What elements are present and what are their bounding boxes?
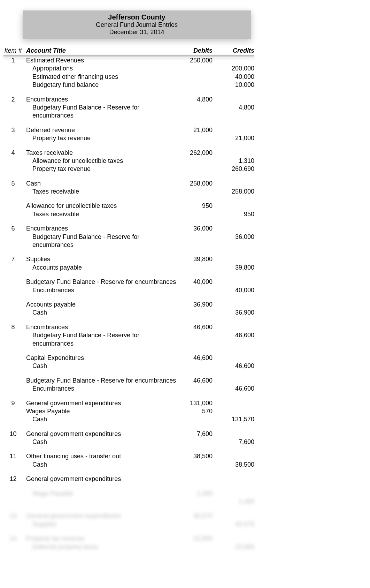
entry-group: 7Supplies39,800Accounts payable39,800Bud… <box>3 255 254 317</box>
item-number <box>3 362 26 370</box>
entry-sub-block: Accounts payable36,900Cash36,900 <box>3 301 254 317</box>
column-header-row: Item # Account Title Debits Credits <box>3 47 254 55</box>
item-number: 11 <box>3 452 26 460</box>
account-title: Encumbrances <box>26 225 178 233</box>
document-title-block: Jefferson County General Fund Journal En… <box>23 10 251 39</box>
journal-row: 7Supplies39,800 <box>3 255 254 263</box>
credit-amount <box>216 225 254 233</box>
debit-amount: 250,000 <box>178 56 216 65</box>
debit-amount: 46,600 <box>178 377 216 385</box>
item-number <box>3 543 26 551</box>
credit-amount: 36,900 <box>216 309 254 317</box>
debit-amount <box>178 362 216 370</box>
credit-amount: 10,000 <box>216 81 254 89</box>
account-title: Estimated other financing uses <box>26 73 178 81</box>
item-number: 1 <box>3 56 26 65</box>
item-number: 2 <box>3 96 26 104</box>
debit-amount: 131,000 <box>178 399 216 407</box>
credit-amount <box>216 475 254 483</box>
credit-amount: 7,600 <box>216 438 254 446</box>
item-number <box>3 210 26 218</box>
item-number <box>3 438 26 446</box>
account-title: Cash <box>26 362 178 370</box>
credit-amount <box>216 535 254 543</box>
item-number <box>3 407 26 415</box>
entry-group-blurred: Wage Payable1,4001,400 <box>3 490 254 506</box>
debit-amount <box>178 264 216 272</box>
account-title: Allowance for uncollectible taxes <box>26 202 178 210</box>
entry-group-blurred: 14Property tax revenue23,900Deferred pro… <box>3 535 254 551</box>
item-number <box>3 461 26 469</box>
account-title: Property tax revenue <box>26 165 178 173</box>
account-title <box>26 498 178 506</box>
journal-row: Cash38,500 <box>3 461 254 469</box>
journal-row: Budgetary Fund Balance - Reserve for enc… <box>3 278 254 286</box>
debit-amount <box>178 475 216 483</box>
account-title: Estimated Revenues <box>26 56 178 65</box>
journal-row: Wages Payable570 <box>3 407 254 415</box>
item-number <box>3 81 26 89</box>
account-title: General government expenditures <box>26 475 178 483</box>
journal-row: Budgetary Fund Balance - Reserve for enc… <box>3 104 254 120</box>
entry-sub-block: 7Supplies39,800Accounts payable39,800 <box>3 255 254 272</box>
debit-amount: 4,800 <box>178 96 216 104</box>
journal-row: 14Property tax revenue23,900 <box>3 535 254 543</box>
journal-row: Encumbrances40,000 <box>3 286 254 294</box>
item-number <box>3 385 26 393</box>
credit-amount <box>216 377 254 385</box>
credit-amount: 46,600 <box>216 385 254 393</box>
credit-amount: 46,600 <box>216 362 254 370</box>
journal-row: Cash7,600 <box>3 438 254 446</box>
item-number <box>3 377 26 385</box>
credit-amount <box>216 490 254 498</box>
journal-row: Supplies40,570 <box>3 520 254 528</box>
account-title: Deferred revenue <box>26 126 178 134</box>
account-title: General government expenditures <box>26 512 178 520</box>
credit-amount <box>216 202 254 210</box>
account-title: Encumbrances <box>26 96 178 104</box>
account-title: Encumbrances <box>26 286 178 294</box>
journal-row: 12General government expenditures <box>3 475 254 483</box>
account-title: Property tax revenue <box>26 134 178 142</box>
entry-group: 2Encumbrances4,800Budgetary Fund Balance… <box>3 96 254 120</box>
debit-amount <box>178 165 216 173</box>
journal-row: Cash46,600 <box>3 362 254 370</box>
journal-row: Accounts payable36,900 <box>3 301 254 309</box>
account-title: Budgetary Fund Balance - Reserve for enc… <box>26 233 178 249</box>
debit-amount <box>178 188 216 196</box>
journal-row: 2Encumbrances4,800 <box>3 96 254 104</box>
account-title: Cash <box>26 438 178 446</box>
account-title: Accounts payable <box>26 264 178 272</box>
credit-amount: 260,690 <box>216 165 254 173</box>
entry-group: 1Estimated Revenues250,000Appropriations… <box>3 56 254 89</box>
debit-amount: 39,800 <box>178 255 216 263</box>
journal-row: Accounts payable39,800 <box>3 264 254 272</box>
account-title: Appropriations <box>26 65 178 73</box>
account-title: Cash <box>26 415 178 423</box>
account-title: General government expenditures <box>26 430 178 438</box>
item-number <box>3 188 26 196</box>
debit-amount <box>178 385 216 393</box>
account-title: Cash <box>26 180 178 188</box>
account-title: Budgetary Fund Balance - Reserve for enc… <box>26 377 178 385</box>
credit-amount: 200,000 <box>216 65 254 73</box>
journal-row: Cash131,570 <box>3 415 254 423</box>
credit-amount: 36,000 <box>216 233 254 249</box>
col-header-debit: Debits <box>178 47 216 54</box>
journal-row: 5Cash258,000 <box>3 180 254 188</box>
journal-row: Cash36,900 <box>3 309 254 317</box>
item-number <box>3 134 26 142</box>
account-title: Supplies <box>26 255 178 263</box>
journal-row: Budgetary Fund Balance - Reserve for enc… <box>3 233 254 249</box>
debit-amount <box>178 498 216 506</box>
account-title: Encumbrances <box>26 385 178 393</box>
debit-amount <box>178 210 216 218</box>
debit-amount: 23,900 <box>178 535 216 543</box>
debit-amount <box>178 520 216 528</box>
credit-amount <box>216 430 254 438</box>
credit-amount: 1,400 <box>216 498 254 506</box>
item-number <box>3 233 26 249</box>
item-number <box>3 354 26 362</box>
debit-amount <box>178 134 216 142</box>
account-title: Cash <box>26 461 178 469</box>
